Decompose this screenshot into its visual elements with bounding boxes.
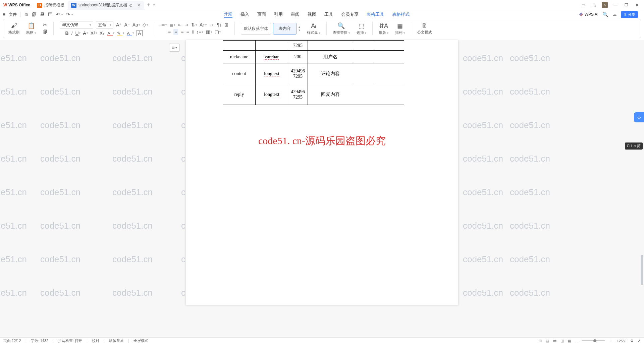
line-spacing-icon[interactable]: ↕≡▾ bbox=[197, 29, 203, 35]
bullets-icon[interactable]: ≔▾ bbox=[160, 22, 167, 27]
status-words[interactable]: 字数: 1432 bbox=[31, 338, 49, 343]
tab-menu-caret-icon[interactable]: ▾ bbox=[153, 3, 155, 7]
view-mode4-icon[interactable]: ◫ bbox=[560, 339, 564, 343]
table-cell[interactable] bbox=[373, 63, 404, 84]
pip-icon[interactable]: ▭ bbox=[580, 2, 586, 8]
menu-table-tools[interactable]: 表格工具 bbox=[367, 11, 384, 17]
table-cell[interactable] bbox=[373, 51, 404, 63]
table-cell[interactable]: varchar bbox=[256, 51, 288, 63]
redo-icon[interactable]: ↷ bbox=[66, 12, 70, 17]
clear-format-icon[interactable]: ◇▾ bbox=[143, 22, 148, 27]
menu-member[interactable]: 会员专享 bbox=[341, 11, 359, 17]
settings-caret-icon[interactable]: ⚙ bbox=[630, 339, 634, 343]
subscript-icon[interactable]: X₂ bbox=[100, 31, 105, 36]
red-heading[interactable]: code51. cn-源码乐园盗图必究 bbox=[186, 134, 458, 148]
table-handle[interactable]: ▤ ▾ bbox=[169, 44, 180, 52]
align-left-icon[interactable]: ≡ bbox=[168, 29, 171, 35]
underline-icon[interactable]: U▾ bbox=[75, 31, 80, 36]
table-cell[interactable] bbox=[353, 41, 373, 51]
arrange-h-group[interactable]: ▦ 排列 ▾ bbox=[393, 22, 407, 35]
view-mode2-icon[interactable]: ▤ bbox=[546, 339, 549, 343]
tab-template[interactable]: D 找稿壳模板 bbox=[34, 1, 68, 10]
table-cell[interactable]: 4294967295 bbox=[288, 63, 308, 84]
hamburger-icon[interactable]: ≡ bbox=[3, 12, 5, 17]
table-cell[interactable]: reply bbox=[223, 84, 256, 105]
font-color2-icon[interactable]: A▾ bbox=[127, 31, 134, 36]
decrease-font-icon[interactable]: A⁻ bbox=[124, 22, 129, 27]
table-cell[interactable]: 回复内容 bbox=[308, 84, 353, 105]
table-cell[interactable]: 用户名 bbox=[308, 51, 353, 63]
zoom-handle[interactable] bbox=[593, 339, 596, 342]
align-center-icon[interactable]: ≡ bbox=[173, 29, 178, 35]
table-cell[interactable]: longtext bbox=[256, 63, 288, 84]
data-table[interactable]: 7295 nickname varchar 200 用户名 content lo… bbox=[223, 40, 404, 105]
copy-icon[interactable]: 🗐 bbox=[43, 30, 47, 35]
print-icon[interactable]: 🖶 bbox=[40, 12, 45, 17]
redo-caret-icon[interactable]: ▾ bbox=[71, 13, 73, 16]
status-read[interactable]: 全屏模式 bbox=[133, 338, 148, 343]
undo-caret-icon[interactable]: ▾ bbox=[61, 13, 63, 16]
zoom-out-icon[interactable]: − bbox=[575, 339, 577, 343]
status-spellcheck[interactable]: 拼写检查: 打开 bbox=[58, 338, 82, 343]
tab-add-button[interactable]: ＋ bbox=[144, 1, 153, 9]
table-cell[interactable]: 7295 bbox=[288, 41, 308, 51]
styles-set-group[interactable]: Aᵢ 样式集 ▾ bbox=[305, 22, 322, 35]
scroll-thumb[interactable] bbox=[641, 255, 643, 285]
minimize-icon[interactable]: — bbox=[612, 2, 619, 8]
table-cell[interactable] bbox=[373, 84, 404, 105]
table-cell[interactable] bbox=[353, 84, 373, 105]
align-justify-icon[interactable]: ≡ bbox=[186, 29, 189, 35]
cloud-icon[interactable]: ☁ bbox=[612, 12, 617, 17]
document-page[interactable]: ▤ ▾ 7295 nickname varchar 200 用户名 conten… bbox=[186, 40, 458, 305]
font-color-icon[interactable]: A▾ bbox=[107, 31, 114, 36]
align-right-icon[interactable]: ≡ bbox=[181, 29, 183, 35]
font-size-select[interactable]: 五号▾ bbox=[96, 21, 113, 29]
table-cell[interactable]: 评论内容 bbox=[308, 63, 353, 84]
menu-page[interactable]: 页面 bbox=[257, 11, 266, 17]
preview-icon[interactable]: 🗔 bbox=[48, 12, 53, 17]
table-cell[interactable] bbox=[256, 41, 288, 51]
menu-insert[interactable]: 插入 bbox=[240, 11, 249, 17]
table-cell[interactable]: nickname bbox=[223, 51, 256, 63]
table-cell[interactable] bbox=[373, 41, 404, 51]
view-mode3-icon[interactable]: ▭ bbox=[553, 339, 556, 343]
undo-icon[interactable]: ↶ bbox=[56, 12, 60, 17]
status-proof[interactable]: 校对 bbox=[92, 338, 99, 343]
tab-document-active[interactable]: W springboott31k8数据库文档 ⊙ ✕ bbox=[68, 1, 144, 10]
sort-icon[interactable]: ⇅▾ bbox=[191, 22, 197, 27]
wps-ai-button[interactable]: WPS AI bbox=[579, 12, 598, 17]
zoom-value[interactable]: 125% bbox=[617, 339, 626, 343]
distribute-icon[interactable]: ⫴ bbox=[192, 29, 194, 35]
export-icon[interactable]: 🗐 bbox=[32, 12, 37, 17]
zoom-slider[interactable] bbox=[582, 340, 605, 341]
arrange-v-group[interactable]: ⇵A 排版 ▾ bbox=[377, 22, 390, 35]
table-cell[interactable]: longtext bbox=[256, 84, 288, 105]
view-mode5-icon[interactable]: ▦ bbox=[568, 339, 571, 343]
menu-tools[interactable]: 工具 bbox=[324, 11, 333, 17]
table-cell[interactable] bbox=[223, 41, 256, 51]
char-border-icon[interactable]: A bbox=[137, 30, 142, 36]
menu-table-style[interactable]: 表格样式 bbox=[392, 11, 410, 17]
superscript-icon[interactable]: X²▾ bbox=[91, 31, 97, 36]
select-group[interactable]: ⬚ 选择 ▾ bbox=[355, 22, 368, 35]
menu-reference[interactable]: 引用 bbox=[274, 11, 283, 17]
change-case-icon[interactable]: Aa▾ bbox=[132, 22, 140, 27]
table-cell[interactable]: content bbox=[223, 63, 256, 84]
menu-review[interactable]: 审阅 bbox=[291, 11, 300, 17]
search-icon[interactable]: 🔍 bbox=[602, 12, 608, 17]
find-replace-group[interactable]: 🔍 查找替换 ▾ bbox=[331, 22, 352, 35]
shading-icon[interactable]: ▦▾ bbox=[206, 29, 212, 35]
tab-close-icon[interactable]: ✕ bbox=[137, 3, 141, 8]
format-brush-group[interactable]: 🖌 格式刷 bbox=[6, 22, 21, 35]
maximize-icon[interactable]: ❐ bbox=[623, 2, 629, 8]
table-cell[interactable] bbox=[308, 41, 353, 51]
show-marks-icon[interactable]: ⊞ bbox=[224, 22, 228, 27]
bold-icon[interactable]: B bbox=[65, 31, 68, 36]
outdent-icon[interactable]: ⇤ bbox=[178, 22, 182, 27]
doc-mode-group[interactable]: 🗎 公文模式 bbox=[415, 22, 434, 35]
expand-icon[interactable]: ⤢ bbox=[638, 339, 641, 343]
table-cell[interactable] bbox=[353, 51, 373, 63]
style-scroll[interactable]: ▴ ▾ bbox=[299, 25, 300, 32]
snap-icon[interactable]: ↔ bbox=[209, 22, 214, 27]
menu-start[interactable]: 开始 bbox=[224, 11, 232, 18]
